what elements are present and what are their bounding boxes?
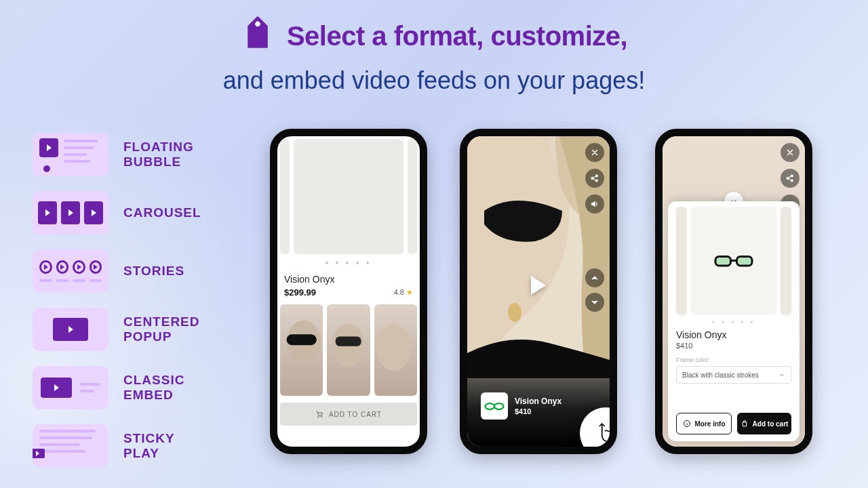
cart-icon xyxy=(315,410,323,418)
format-floating-bubble[interactable]: FLOATING BUBBLE xyxy=(33,133,205,176)
video-thumbnail[interactable] xyxy=(280,304,323,396)
mute-button[interactable] xyxy=(585,195,604,214)
product-title: Vision Onyx xyxy=(515,396,561,406)
product-title: Vision Onyx xyxy=(277,266,420,285)
more-info-button[interactable]: More info xyxy=(676,413,732,434)
info-icon xyxy=(683,420,691,428)
floating-bubble-icon xyxy=(33,133,108,176)
format-list: FLOATING BUBBLE CAROUSEL STORIES CENTERE… xyxy=(33,133,205,468)
headline-line2: and embed video feeds on your pages! xyxy=(0,66,868,95)
hero-dots: ● ● ● ● ● xyxy=(676,319,791,324)
svg-rect-2 xyxy=(286,334,316,345)
close-button[interactable] xyxy=(781,143,800,162)
svg-rect-18 xyxy=(715,256,731,266)
hero-prev[interactable] xyxy=(676,207,687,315)
more-info-label: More info xyxy=(695,420,726,428)
add-to-cart-label: ADD TO CART xyxy=(329,411,382,418)
headline-line1: Select a format, customize, xyxy=(287,21,627,52)
product-title: Vision Onyx xyxy=(676,329,791,340)
format-label: STICKY PLAY xyxy=(123,431,191,461)
price-tag-icon xyxy=(234,12,282,60)
play-icon[interactable] xyxy=(531,276,546,295)
headline: Select a format, customize, and embed vi… xyxy=(0,19,868,95)
stories-icon xyxy=(33,249,108,293)
close-button[interactable] xyxy=(585,143,604,162)
next-video-button[interactable] xyxy=(585,293,604,312)
phone-preview-product-sheet: ● ● ● ● ● Vision Onyx $410 Frame color B… xyxy=(655,129,812,454)
video-thumbnail[interactable] xyxy=(327,304,370,396)
variant-label: Frame color xyxy=(676,357,791,363)
format-label: CLASSIC EMBED xyxy=(123,373,205,403)
add-to-cart-button[interactable]: ADD TO CART xyxy=(280,403,417,426)
carousel-icon xyxy=(33,191,108,235)
bag-icon xyxy=(741,420,749,428)
format-label: CAROUSEL xyxy=(123,205,201,220)
phone-preview-product-page: ● ● ● ● ● Vision Onyx $299.99 4.8 ★ ADD … xyxy=(270,129,427,454)
add-to-cart-label: Add to cart xyxy=(753,420,789,428)
product-chip[interactable]: Vision Onyx $410 xyxy=(481,392,596,420)
variant-value: Black with classic strokes xyxy=(682,371,759,379)
svg-point-7 xyxy=(321,416,322,418)
format-sticky-play[interactable]: STICKY PLAY xyxy=(33,424,205,468)
svg-point-6 xyxy=(318,416,319,418)
add-to-cart-button[interactable]: Add to cart xyxy=(737,413,791,434)
svg-point-9 xyxy=(508,303,521,322)
share-button[interactable] xyxy=(781,169,800,188)
format-carousel[interactable]: CAROUSEL xyxy=(33,191,205,235)
star-icon: ★ xyxy=(406,288,413,296)
product-price: $410 xyxy=(515,407,561,415)
prev-video-button[interactable] xyxy=(585,268,604,287)
product-rating: 4.8 ★ xyxy=(394,288,413,297)
format-classic-embed[interactable]: CLASSIC EMBED xyxy=(33,366,205,409)
product-sheet: ● ● ● ● ● Vision Onyx $410 Frame color B… xyxy=(668,201,800,441)
classic-embed-icon xyxy=(33,366,108,409)
hero-image xyxy=(691,207,776,315)
variant-select[interactable]: Black with classic strokes xyxy=(676,366,791,384)
product-price: $410 xyxy=(676,342,791,350)
svg-rect-4 xyxy=(336,336,361,346)
chevron-down-icon xyxy=(778,371,785,378)
image-carousel-dots: ● ● ● ● ● xyxy=(277,260,420,266)
video-thumbnail[interactable] xyxy=(374,304,417,396)
product-thumb xyxy=(481,392,508,420)
format-label: FLOATING BUBBLE xyxy=(123,140,205,169)
video-thumbnail-row xyxy=(277,298,420,396)
format-label: STORIES xyxy=(123,264,184,279)
format-stories[interactable]: STORIES xyxy=(33,249,205,293)
sticky-play-icon xyxy=(33,424,108,468)
svg-rect-20 xyxy=(737,256,753,266)
share-button[interactable] xyxy=(585,169,604,188)
hero-next[interactable] xyxy=(781,207,791,315)
centered-popup-icon xyxy=(33,308,108,351)
svg-point-5 xyxy=(376,323,411,371)
product-price: $299.99 xyxy=(284,287,316,298)
svg-point-13 xyxy=(486,403,495,409)
phone-preview-video-player: Vision Onyx $410 xyxy=(460,129,617,454)
format-centered-popup[interactable]: CENTERED POPUP xyxy=(33,308,205,351)
format-label: CENTERED POPUP xyxy=(123,314,205,344)
svg-point-14 xyxy=(494,403,504,409)
